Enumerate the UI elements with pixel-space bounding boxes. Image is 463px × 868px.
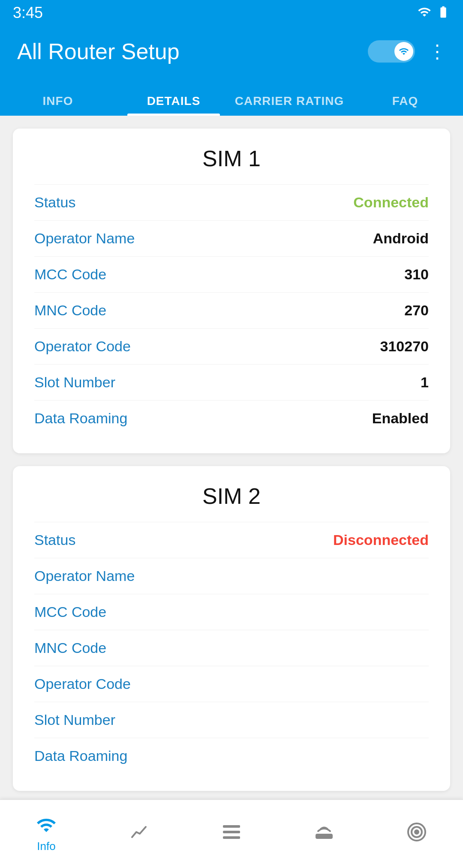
more-options-icon[interactable]: ⋮ [428,42,446,61]
sim1-slot-value: 1 [421,374,429,391]
sim2-mnc-label: MNC Code [34,640,106,656]
sim1-status-value: Connected [353,194,429,211]
svg-rect-1 [223,831,240,833]
tab-details[interactable]: DETAILS [116,94,232,116]
svg-point-7 [415,830,418,834]
sim1-title: SIM 1 [34,146,429,171]
sim2-roaming-label: Data Roaming [34,748,127,764]
signal-icon [418,5,431,21]
sim2-opcode-label: Operator Code [34,676,131,692]
sim1-roaming-row: Data Roaming Enabled [34,400,429,436]
sim1-roaming-value: Enabled [372,410,429,427]
nav-label-info: Info [37,840,55,853]
sim2-title: SIM 2 [34,483,429,509]
status-time: 3:45 [13,4,43,22]
sim1-operator-row: Operator Name Android [34,220,429,256]
sim2-mcc-label: MCC Code [34,604,106,620]
sim2-operator-label: Operator Name [34,568,135,584]
svg-point-4 [328,835,329,837]
nav-item-target[interactable] [370,822,463,847]
sim1-opcode-value: 310270 [380,338,429,355]
sim1-mcc-row: MCC Code 310 [34,256,429,292]
sim2-card: SIM 2 Status Disconnected Operator Name … [13,466,450,791]
sim2-opcode-row: Operator Code [34,666,429,702]
sim2-status-value: Disconnected [333,532,429,548]
sim2-slot-row: Slot Number [34,702,429,738]
sim1-mcc-label: MCC Code [34,266,106,283]
sim1-mcc-value: 310 [404,266,429,283]
toggle-knob [394,42,413,61]
app-title: All Router Setup [17,39,180,64]
sim1-status-label: Status [34,194,75,211]
svg-rect-2 [223,836,240,839]
sim2-roaming-row: Data Roaming [34,738,429,774]
sim1-operator-label: Operator Name [34,230,135,247]
sim1-card: SIM 1 Status Connected Operator Name And… [13,129,450,453]
nav-item-chart[interactable] [93,822,185,847]
sim1-mnc-value: 270 [404,302,429,319]
sim1-opcode-label: Operator Code [34,338,131,355]
nav-item-info[interactable]: Info [0,815,93,853]
nav-item-menu[interactable] [185,822,278,847]
status-bar: 3:45 [0,0,463,26]
sim1-mnc-row: MNC Code 270 [34,292,429,328]
sim1-slot-row: Slot Number 1 [34,364,429,400]
sim1-mnc-label: MNC Code [34,302,106,319]
sim2-status-label: Status [34,532,75,548]
app-toggle[interactable] [368,40,415,63]
tab-faq[interactable]: FAQ [347,94,463,116]
tab-carrier-rating[interactable]: CARRIER RATING [232,94,347,116]
sim1-status-row: Status Connected [34,184,429,220]
battery-icon [436,5,450,21]
app-bar-actions: ⋮ [368,40,446,63]
sim1-opcode-row: Operator Code 310270 [34,328,429,364]
nav-item-router[interactable] [278,822,370,847]
tab-info[interactable]: INFO [0,94,116,116]
sim1-operator-value: Android [373,230,429,247]
status-icons [418,5,450,21]
tab-bar: INFO DETAILS CARRIER RATING FAQ [0,77,463,116]
sim2-status-row: Status Disconnected [34,522,429,558]
sim2-mnc-row: MNC Code [34,630,429,666]
sim1-roaming-label: Data Roaming [34,410,127,427]
sim1-slot-label: Slot Number [34,374,115,391]
bottom-nav: Info [0,799,463,868]
sim2-slot-label: Slot Number [34,712,115,728]
sim2-mcc-row: MCC Code [34,594,429,630]
main-content: SIM 1 Status Connected Operator Name And… [0,116,463,868]
svg-rect-0 [223,825,240,828]
sim2-operator-row: Operator Name [34,558,429,594]
app-bar: All Router Setup ⋮ [0,26,463,77]
